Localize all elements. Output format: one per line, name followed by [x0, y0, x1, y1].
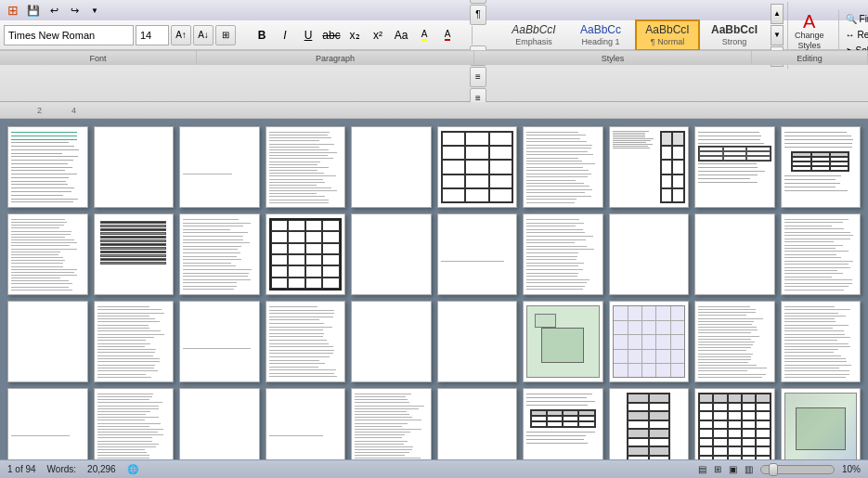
strikethrough-btn[interactable]: abc [320, 25, 343, 45]
view-draft-btn[interactable]: ▥ [745, 464, 753, 474]
page-thumb-12[interactable] [94, 213, 175, 295]
page-thumb-7[interactable] [523, 126, 603, 208]
language-icon[interactable]: 🌐 [127, 464, 138, 474]
page-thumb-10[interactable] [781, 126, 862, 208]
style-heading1[interactable]: AaBbCc Heading 1 [568, 20, 633, 50]
highlight-btn[interactable]: A [413, 25, 435, 45]
paragraph-section-label: Paragraph [197, 51, 474, 65]
redo-btn[interactable]: ↪ [65, 2, 84, 19]
style-strong[interactable]: AaBbCcI Strong [702, 20, 767, 50]
format-buttons: B I U abc x₂ x² Aa A A [251, 25, 459, 45]
show-para-btn[interactable]: ¶ [470, 5, 486, 25]
align-center-btn[interactable]: ≡ [470, 67, 486, 87]
style-scroll-down[interactable]: ▼ [771, 25, 784, 45]
page-thumb-17[interactable] [523, 213, 603, 295]
sort-btn[interactable]: ↕ [470, 0, 486, 4]
quick-access-dropdown[interactable]: ▼ [85, 2, 104, 19]
page-thumb-13[interactable] [179, 213, 260, 295]
italic-btn[interactable]: I [274, 25, 296, 45]
font-color-btn[interactable]: A [436, 25, 459, 45]
page-thumb-28[interactable] [609, 301, 690, 382]
font-name-input[interactable] [4, 25, 134, 45]
page-thumb-18[interactable] [609, 213, 690, 295]
words-label: Words: [47, 464, 77, 474]
page-thumb-36[interactable] [437, 388, 518, 459]
subscript-btn[interactable]: x₂ [343, 25, 366, 45]
page-thumb-40[interactable] [781, 388, 862, 459]
page-thumb-14[interactable] [266, 213, 346, 295]
page-thumb-26[interactable] [437, 301, 518, 382]
page-thumb-21[interactable] [7, 301, 88, 382]
style-scroll-up[interactable]: ▲ [771, 4, 784, 24]
save-btn[interactable]: 💾 [24, 2, 43, 19]
ribbon-section-labels: Font Paragraph Styles Editing [0, 50, 868, 65]
page-thumb-2[interactable] [94, 126, 175, 208]
view-normal-btn[interactable]: ▤ [698, 464, 706, 474]
page-thumb-35[interactable] [351, 388, 432, 459]
page-thumb-22[interactable] [94, 301, 175, 382]
change-case-btn[interactable]: Aa [390, 25, 412, 45]
page-thumb-4[interactable] [266, 126, 346, 208]
page-thumb-24[interactable] [266, 301, 346, 382]
page-thumb-25[interactable] [351, 301, 432, 382]
page-thumb-39[interactable] [694, 388, 775, 459]
view-web-btn[interactable]: ⊞ [714, 464, 721, 474]
page-thumb-3[interactable] [179, 126, 260, 208]
emphasis-label: Emphasis [515, 37, 552, 46]
page-thumb-20[interactable] [781, 213, 862, 295]
page-thumb-15[interactable] [351, 213, 432, 295]
page-thumb-19[interactable] [694, 213, 775, 295]
page-thumb-5[interactable] [351, 126, 432, 208]
grow-font-btn[interactable]: A↑ [171, 25, 191, 45]
page-thumb-38[interactable] [609, 388, 690, 459]
heading1-label: Heading 1 [581, 37, 619, 46]
document-area [0, 119, 868, 459]
replace-label: Replace [858, 30, 868, 40]
font-size-input[interactable] [136, 25, 169, 45]
heading1-preview: AaBbCc [580, 24, 621, 35]
page-thumb-9[interactable] [694, 126, 775, 208]
replace-icon: ↔ [846, 30, 855, 40]
page-thumb-16[interactable] [437, 213, 518, 295]
page-thumb-31[interactable] [7, 388, 88, 459]
status-right: ▤ ⊞ ▣ ▥ 10% [698, 464, 861, 474]
clear-format-btn[interactable]: ⊞ [215, 25, 236, 45]
app-container: ⊞ 💾 ↩ ↪ ▼ A↑ A↓ ⊞ B I U abc x₂ [0, 0, 868, 478]
change-styles-label: Change Styles [795, 31, 824, 51]
superscript-btn[interactable]: x² [367, 25, 389, 45]
strong-preview: AaBbCcI [711, 24, 758, 35]
font-section-label: Font [0, 51, 197, 65]
style-emphasis[interactable]: AaBbCcI Emphasis [501, 20, 566, 50]
zoom-bar[interactable] [760, 465, 835, 474]
status-bar: 1 of 94 Words: 20,296 🌐 ▤ ⊞ ▣ ▥ 10% [0, 459, 868, 478]
zoom-thumb[interactable] [769, 463, 778, 476]
page-thumb-8[interactable] [609, 126, 690, 208]
styles-section-label: Styles [474, 51, 752, 65]
zoom-level: 10% [842, 464, 861, 474]
shrink-font-btn[interactable]: A↓ [193, 25, 214, 45]
emphasis-preview: AaBbCcI [512, 24, 555, 35]
page-thumb-37[interactable] [523, 388, 603, 459]
bold-btn[interactable]: B [251, 25, 273, 45]
status-left: 1 of 94 Words: 20,296 🌐 [7, 464, 138, 474]
font-group: A↑ A↓ ⊞ [4, 25, 236, 45]
page-thumb-6[interactable] [437, 126, 518, 208]
undo-btn[interactable]: ↩ [45, 2, 63, 19]
page-thumb-34[interactable] [266, 388, 346, 459]
find-btn[interactable]: 🔍 Find [843, 12, 868, 26]
page-thumb-32[interactable] [94, 388, 175, 459]
replace-btn[interactable]: ↔ Replace [843, 28, 868, 42]
view-outline-btn[interactable]: ▣ [729, 464, 737, 474]
page-thumb-27[interactable] [523, 301, 603, 382]
find-icon: 🔍 [846, 14, 857, 24]
office-button[interactable]: ⊞ [4, 2, 22, 19]
page-thumb-29[interactable] [694, 301, 775, 382]
separator3 [472, 26, 473, 45]
page-thumb-1[interactable] [7, 126, 88, 208]
page-thumb-23[interactable] [179, 301, 260, 382]
underline-btn[interactable]: U [297, 25, 319, 45]
page-thumb-33[interactable] [179, 388, 260, 459]
page-thumb-11[interactable] [7, 213, 88, 295]
page-thumb-30[interactable] [781, 301, 862, 382]
style-normal[interactable]: AaBbCcI ¶ Normal [635, 19, 700, 51]
